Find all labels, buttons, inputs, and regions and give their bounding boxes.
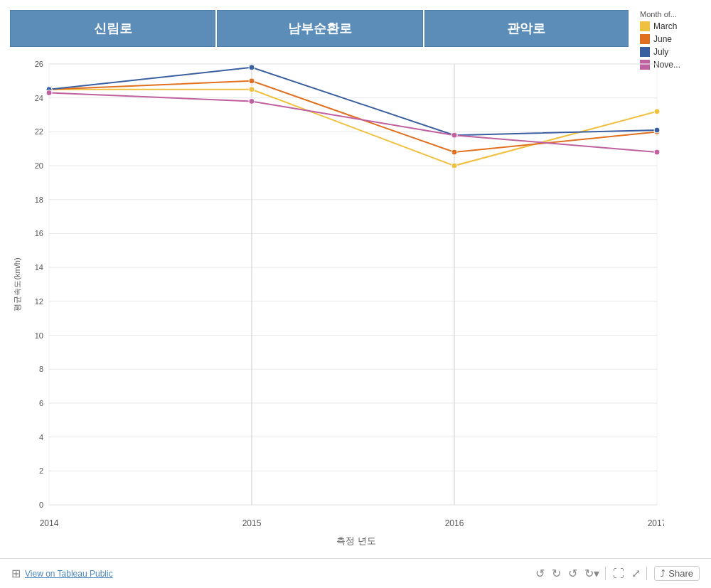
line-series (49, 68, 657, 166)
expand-icon[interactable]: ⤢ (631, 567, 647, 580)
svg-text:16: 16 (35, 229, 43, 237)
x-tick-2017: 2017 (648, 518, 664, 528)
redo-icon[interactable]: ↻ (552, 567, 561, 580)
legend-color-june (640, 34, 650, 44)
svg-text:12: 12 (35, 297, 43, 306)
bottom-right: ↺ ↻ ↺ ↻▾ ⛶ ⤢ ⤴ Share (535, 566, 700, 581)
undo2-icon[interactable]: ↺ (568, 567, 577, 580)
svg-point-41 (46, 90, 52, 96)
line-june (49, 81, 657, 152)
svg-point-43 (451, 132, 457, 138)
share-icon: ⤴ (661, 568, 665, 579)
tableau-grid-icon: ⊞ (11, 567, 21, 580)
legend-item-june: June (640, 34, 711, 44)
share-button[interactable]: ⤴ Share (654, 566, 700, 581)
tableau-link[interactable]: View on Tableau Public (25, 569, 113, 579)
svg-text:2: 2 (39, 466, 43, 475)
x-axis-label: 측정 년도 (336, 535, 376, 546)
chart-border (49, 64, 657, 505)
legend-color-july (640, 47, 650, 57)
legend-label-june: June (653, 34, 672, 44)
svg-text:20: 20 (35, 161, 43, 170)
legend-label-july: July (653, 47, 668, 57)
bottom-bar: ⊞ View on Tableau Public ↺ ↻ ↺ ↻▾ ⛶ ⤢ ⤴ … (0, 558, 711, 588)
x-tick-2014: 2014 (40, 518, 59, 528)
bottom-left: ⊞ View on Tableau Public (11, 567, 113, 580)
legend-title: Month of... (640, 10, 711, 18)
road3-header: 관악로 (424, 10, 629, 47)
legend-item-march: March (640, 21, 711, 31)
svg-point-34 (249, 78, 255, 84)
svg-text:24: 24 (35, 94, 43, 102)
svg-text:14: 14 (35, 263, 43, 272)
svg-text:18: 18 (35, 196, 43, 204)
main-chart: 02468101214161820222426 2014 2015 2016 2… (10, 57, 664, 547)
legend-item-july: July (640, 47, 711, 57)
svg-text:10: 10 (35, 331, 43, 340)
svg-point-35 (451, 149, 457, 155)
x-tick-2016: 2016 (445, 518, 464, 528)
svg-text:6: 6 (39, 399, 43, 407)
header-row: 신림로 남부순환로 관악로 (10, 10, 629, 47)
y-grid: 02468101214161820222426 (35, 60, 657, 509)
redo2-icon[interactable]: ↻▾ (584, 567, 606, 580)
y-axis-label: 평균속도(km/h) (13, 257, 21, 311)
svg-text:8: 8 (39, 365, 43, 373)
legend-label-march: March (653, 21, 677, 31)
road2-header: 남부순환로 (217, 10, 422, 47)
svg-point-30 (249, 87, 255, 92)
road1-header: 신림로 (10, 10, 215, 47)
svg-point-32 (654, 109, 660, 114)
legend-color-march (640, 21, 650, 31)
svg-point-31 (451, 163, 457, 169)
svg-point-44 (654, 149, 660, 155)
svg-point-42 (249, 98, 255, 104)
svg-rect-0 (49, 64, 657, 505)
chart-container: 신림로 남부순환로 관악로 Month of... March June Jul… (0, 0, 711, 588)
x-tick-2015: 2015 (242, 518, 262, 528)
svg-text:4: 4 (39, 433, 43, 442)
fullscreen-icon[interactable]: ⛶ (613, 567, 624, 580)
line-july (49, 68, 657, 135)
svg-point-38 (249, 65, 255, 70)
svg-text:22: 22 (35, 127, 43, 136)
svg-point-40 (654, 127, 660, 133)
svg-text:26: 26 (35, 60, 43, 68)
undo-icon[interactable]: ↺ (535, 567, 545, 580)
svg-text:0: 0 (39, 501, 43, 509)
share-label: Share (668, 568, 693, 579)
